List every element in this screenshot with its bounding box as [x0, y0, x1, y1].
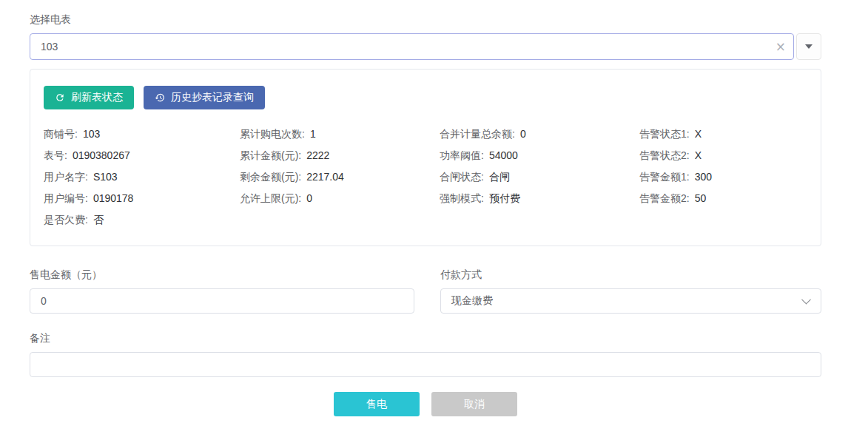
info-value: 50 — [695, 192, 707, 204]
info-item-combined-balance: 合并计量总余额:0 — [440, 126, 639, 141]
info-value: 2222 — [306, 149, 329, 161]
info-item-shop-number: 商铺号:103 — [44, 126, 240, 141]
meter-select-input[interactable] — [30, 33, 794, 60]
info-item-user-name: 用户名字:S103 — [44, 169, 240, 184]
history-icon — [155, 92, 165, 103]
info-column-2: 累计购电次数:1 累计金额(元):2222 剩余金额(元):2217.04 允许… — [240, 126, 440, 234]
remark-input[interactable] — [30, 352, 821, 377]
info-item-alarm-state-1: 告警状态1:X — [639, 126, 807, 141]
meter-info-panel: 刷新表状态 历史抄表记录查询 商铺号:103 表号:0190380267 用户名… — [30, 69, 821, 246]
remark-label: 备注 — [30, 332, 821, 345]
payment-field-group: 付款方式 现金缴费 — [440, 268, 821, 314]
info-label: 告警状态1: — [639, 128, 690, 140]
amount-field-group: 售电金额（元） — [30, 268, 414, 314]
info-item-force-mode: 强制模式:预付费 — [440, 191, 639, 206]
info-item-switch-state: 合闸状态:合闸 — [440, 169, 639, 184]
history-button-label: 历史抄表记录查询 — [171, 91, 254, 104]
info-value: 0 — [306, 192, 312, 204]
meter-select-row: × — [30, 33, 821, 60]
info-label: 告警金额2: — [639, 192, 690, 204]
panel-toolbar: 刷新表状态 历史抄表记录查询 — [44, 86, 807, 109]
info-label: 告警状态2: — [639, 149, 690, 161]
info-label: 告警金额1: — [639, 171, 690, 183]
info-column-4: 告警状态1:X 告警状态2:X 告警金额1:300 告警金额2:50 — [639, 126, 807, 234]
info-value: 54000 — [489, 149, 518, 161]
meter-dropdown-button[interactable] — [796, 33, 821, 60]
info-item-remaining-amount: 剩余金额(元):2217.04 — [240, 169, 440, 184]
meter-select[interactable]: × — [30, 33, 794, 60]
info-item-power-threshold: 功率阈值:54000 — [440, 148, 639, 163]
info-item-arrears: 是否欠费:否 — [44, 212, 240, 227]
info-column-3: 合并计量总余额:0 功率阈值:54000 合闸状态:合闸 强制模式:预付费 — [440, 126, 639, 234]
info-item-alarm-amount-1: 告警金额1:300 — [639, 169, 807, 184]
info-label: 表号: — [44, 149, 67, 161]
info-label: 商铺号: — [44, 128, 78, 140]
amount-input[interactable] — [30, 288, 414, 314]
remark-field-group: 备注 — [30, 332, 821, 377]
chevron-down-icon — [801, 295, 811, 305]
info-item-meter-number: 表号:0190380267 — [44, 148, 240, 163]
info-value: 合闸 — [489, 171, 510, 183]
sell-button[interactable]: 售电 — [334, 392, 420, 416]
info-item-allowed-limit: 允许上限(元):0 — [240, 191, 440, 206]
info-label: 用户名字: — [44, 171, 88, 183]
refresh-button-label: 刷新表状态 — [71, 91, 123, 104]
info-value: 否 — [93, 214, 104, 226]
info-value: 0 — [520, 128, 526, 140]
info-label: 剩余金额(元): — [240, 171, 301, 183]
payment-method-select[interactable]: 现金缴费 — [440, 288, 821, 314]
info-label: 累计金额(元): — [240, 149, 301, 161]
info-value: X — [695, 128, 702, 140]
info-item-alarm-amount-2: 告警金额2:50 — [639, 191, 807, 206]
info-value: S103 — [93, 171, 118, 183]
info-value: 0190178 — [93, 192, 134, 204]
info-label: 合并计量总余额: — [440, 128, 515, 140]
info-value: 103 — [83, 128, 100, 140]
clear-icon[interactable]: × — [776, 41, 786, 53]
refresh-meter-status-button[interactable]: 刷新表状态 — [44, 86, 134, 109]
select-meter-label: 选择电表 — [30, 13, 821, 27]
info-label: 累计购电次数: — [240, 128, 305, 140]
info-value: X — [695, 149, 702, 161]
meter-info-grid: 商铺号:103 表号:0190380267 用户名字:S103 用户编号:019… — [44, 126, 807, 234]
info-value: 2217.04 — [306, 171, 344, 183]
form-actions: 售电 取消 — [30, 392, 821, 416]
info-item-user-id: 用户编号:0190178 — [44, 191, 240, 206]
info-item-alarm-state-2: 告警状态2:X — [639, 148, 807, 163]
sell-electricity-form: 选择电表 × 刷新表状态 历史抄表记录查询 — [30, 0, 821, 416]
info-label: 是否欠费: — [44, 214, 88, 226]
info-value: 1 — [310, 128, 316, 140]
sale-form-row: 售电金额（元） 付款方式 现金缴费 — [30, 268, 821, 314]
refresh-icon — [55, 92, 65, 103]
info-item-purchase-count: 累计购电次数:1 — [240, 126, 440, 141]
info-column-1: 商铺号:103 表号:0190380267 用户名字:S103 用户编号:019… — [44, 126, 240, 234]
info-value: 0190380267 — [73, 149, 130, 161]
amount-label: 售电金额（元） — [30, 268, 414, 282]
info-label: 允许上限(元): — [240, 192, 301, 204]
info-label: 合闸状态: — [440, 171, 484, 183]
caret-down-icon — [805, 44, 813, 49]
history-records-button[interactable]: 历史抄表记录查询 — [144, 86, 265, 109]
info-label: 用户编号: — [44, 192, 88, 204]
info-value: 预付费 — [489, 192, 520, 204]
payment-method-label: 付款方式 — [440, 268, 821, 282]
info-value: 300 — [695, 171, 712, 183]
cancel-button[interactable]: 取消 — [431, 392, 517, 416]
info-item-total-amount: 累计金额(元):2222 — [240, 148, 440, 163]
info-label: 功率阈值: — [440, 149, 484, 161]
payment-method-value: 现金缴费 — [451, 294, 493, 308]
info-label: 强制模式: — [440, 192, 484, 204]
